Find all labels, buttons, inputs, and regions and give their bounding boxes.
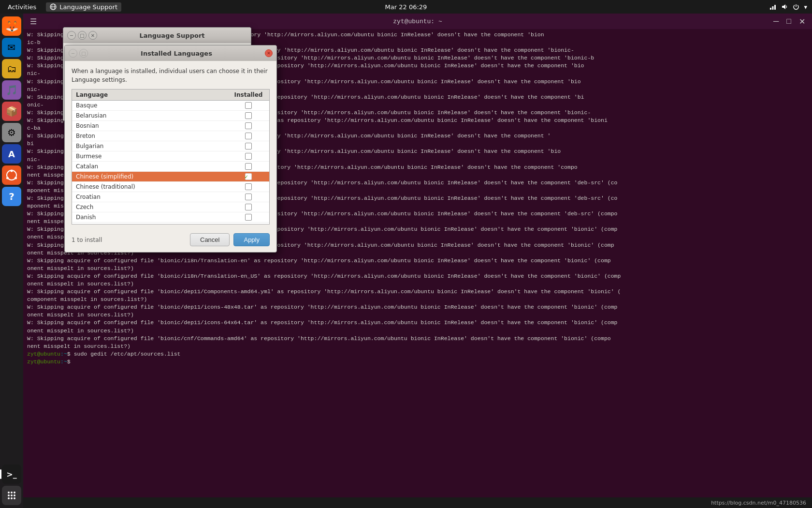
dock-icon-ubuntu[interactable] [2,165,21,185]
show-apps-button[interactable] [2,486,21,505]
dialog-maximize[interactable]: □ [79,49,88,58]
list-item[interactable]: Czech [72,202,269,212]
lang-support-indicator[interactable]: Language Support [46,2,121,12]
install-count: 1 to install [72,237,102,243]
terminal-line: W: Skipping acquire of configured file '… [27,288,808,296]
dialog-footer: 1 to install Cancel Apply [65,228,276,252]
terminal-close-button[interactable]: ✕ [797,17,807,26]
dock-icon-settings[interactable]: ⚙ [2,123,21,142]
terminal-line: component misspelt in sources.list?) [27,296,808,303]
language-name: Burmese [76,153,232,160]
lang-support-minimize[interactable]: ─ [67,31,76,40]
list-item[interactable]: Basque [72,101,269,111]
language-name: Czech [76,204,232,210]
terminal-menu-button[interactable]: ☰ [28,17,39,26]
list-header: Language Installed [72,90,269,101]
dock-icon-files[interactable]: 🗂 [2,59,21,78]
svg-point-15 [11,494,13,496]
language-checkbox[interactable] [245,102,252,109]
ubuntu-icon [5,169,18,181]
dock-icon-ibus[interactable]: A [2,144,21,164]
lang-support-title: Language Support [97,32,247,39]
language-list[interactable]: Language Installed BasqueBelarusianBosni… [72,89,270,224]
svg-point-18 [11,497,13,499]
language-checkbox[interactable] [245,204,252,210]
svg-point-19 [14,497,15,499]
terminal-line: W: Skipping acquire of configured file '… [27,303,808,311]
list-item[interactable]: Danish [72,212,269,223]
lang-support-close[interactable]: ✕ [88,31,97,40]
language-checkbox[interactable] [245,143,252,149]
dialog-minimize[interactable]: ─ [69,49,77,58]
svg-rect-3 [770,8,771,10]
language-name: Bosnian [76,122,232,129]
terminal-line: W: Skipping acquire of configured file '… [27,335,808,343]
language-checkbox[interactable] [245,194,252,200]
terminal-line: nent misspelt in sources.list?) [27,343,808,350]
language-checkbox[interactable] [245,133,252,139]
dialog-titlebar: ─ □ Installed Languages ✕ [65,45,276,61]
language-checkbox[interactable]: ✓ [245,173,252,180]
language-checkbox[interactable] [245,112,252,119]
globe-icon [50,3,57,10]
language-name: Chinese (traditional) [76,183,232,190]
terminal-line: W: Skipping acquire of configured file '… [27,272,808,280]
terminal-active-prompt: zyt@ubuntu:~$ [27,358,808,366]
language-checkbox[interactable] [245,122,252,129]
list-item[interactable]: Belarusian [72,111,269,121]
col-installed: Installed [232,91,265,98]
system-menu-arrow[interactable]: ▾ [804,3,807,11]
dock-icon-terminal[interactable]: >_ [2,464,21,484]
list-item[interactable]: Dutch [72,223,269,224]
dock-icon-rhythmbox[interactable]: 🎵 [2,80,21,100]
terminal-minimize-button[interactable]: ─ [771,17,781,26]
terminal-title: zyt@ubuntu: ~ [393,18,442,25]
list-item[interactable]: Chinese (traditional) [72,182,269,192]
terminal-line: onent misspelt in sources.list?) [27,280,808,288]
topbar: Activities Language Support Mar 22 06:29… [0,0,812,14]
language-checkbox[interactable] [245,224,252,224]
language-checkbox[interactable] [245,183,252,190]
language-checkbox[interactable] [245,214,252,221]
language-name: Belarusian [76,112,232,119]
terminal-prompt: zyt@ubuntu:~$ sudo gedit /etc/apt/source… [27,350,808,358]
svg-point-11 [8,492,10,493]
activities-button[interactable]: Activities [4,3,40,11]
dialog-title: Installed Languages [88,50,265,57]
list-item[interactable]: Chinese (simplified)✓ [72,172,269,182]
svg-marker-6 [782,4,785,9]
terminal-line: W: Skipping acquire of configured file '… [27,257,808,265]
dock-icon-firefox[interactable]: 🦊 [2,16,21,36]
language-checkbox[interactable] [245,163,252,170]
language-name: Danish [76,214,232,221]
list-item[interactable]: Bosnian [72,121,269,131]
cancel-button[interactable]: Cancel [190,233,230,246]
lang-support-maximize[interactable]: □ [78,31,87,40]
svg-point-10 [14,177,17,179]
list-item[interactable]: Croatian [72,192,269,202]
list-item[interactable]: Catalan [72,162,269,172]
terminal-line: onent misspelt in sources.list?) [27,327,808,335]
language-name: Breton [76,133,232,139]
terminal-maximize-button[interactable]: □ [784,17,793,26]
list-item[interactable]: Burmese [72,151,269,162]
dock-icon-thunderbird[interactable]: ✉ [2,38,21,57]
status-url: https://blog.csdn.net/m0_47180536 [711,500,806,506]
list-item[interactable]: Bulgarian [72,141,269,151]
network-icon [769,3,777,11]
dock-icon-software[interactable]: 📦 [2,102,21,121]
dialog-close[interactable]: ✕ [265,49,273,57]
list-item[interactable]: Breton [72,131,269,141]
status-bar: https://blog.csdn.net/m0_47180536 [23,497,812,508]
svg-point-17 [8,497,10,499]
dock-icon-help[interactable]: ? [2,187,21,206]
apply-button[interactable]: Apply [233,233,270,246]
datetime: Mar 22 06:29 [385,3,427,11]
language-checkbox[interactable] [245,153,252,160]
svg-rect-5 [774,5,776,10]
svg-point-13 [14,492,15,493]
terminal-line: onent misspelt in sources.list?) [27,311,808,319]
dialog-body: When a language is installed, individual… [65,61,276,228]
language-name: Dutch [76,224,232,224]
col-language: Language [76,91,232,98]
